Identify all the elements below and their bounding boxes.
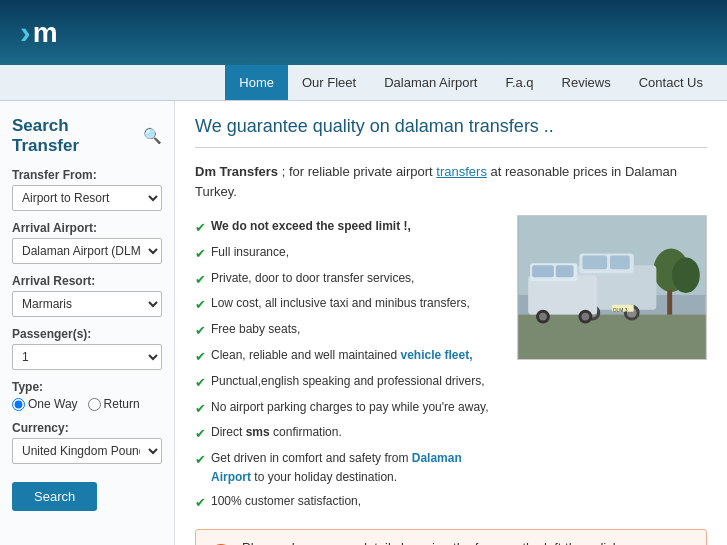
one-way-label: One Way (28, 397, 78, 411)
check-icon: ✔ (195, 244, 206, 265)
intro-paragraph: Dm Transfers ; for reliable private airp… (195, 162, 707, 201)
feature-item: ✔Free baby seats, (195, 318, 501, 344)
main-section: We guarantee quality on dalaman transfer… (175, 101, 727, 545)
nav-contact-us[interactable]: Contact Us (625, 65, 717, 100)
nav-dalaman-airport[interactable]: Dalaman Airport (370, 65, 491, 100)
return-label: Return (104, 397, 140, 411)
search-button[interactable]: Search (12, 482, 97, 511)
logo-text: m (33, 17, 58, 49)
sms-bold: sms (246, 425, 270, 439)
feature-item: ✔We do not exceed the speed limit !, (195, 215, 501, 241)
transfers-link[interactable]: transfers (436, 164, 487, 179)
svg-rect-17 (556, 265, 574, 277)
check-icon: ✔ (195, 373, 206, 394)
currency-select[interactable]: United Kingdom Pounds (12, 438, 162, 464)
nav-our-fleet[interactable]: Our Fleet (288, 65, 370, 100)
feature-text: Clean, reliable and well maintained vehi… (211, 346, 473, 365)
intro-middle: ; for reliable private airport (282, 164, 437, 179)
vehicle-fleet-link[interactable]: vehicle fleet, (400, 348, 472, 362)
svg-text:DLM 3: DLM 3 (613, 308, 628, 313)
arrival-resort-label: Arrival Resort: (12, 274, 162, 288)
check-icon: ✔ (195, 321, 206, 342)
arrival-airport-select[interactable]: Dalaman Airport (DLM) (12, 238, 162, 264)
transfer-from-select[interactable]: Airport to Resort (12, 185, 162, 211)
feature-text: We do not exceed the speed limit !, (211, 217, 411, 236)
svg-rect-9 (610, 255, 630, 269)
passengers-label: Passenger(s): (12, 327, 162, 341)
features-list: ✔We do not exceed the speed limit !, ✔Fu… (195, 215, 501, 515)
svg-rect-16 (532, 265, 554, 277)
transfer-from-label: Transfer From: (12, 168, 162, 182)
header: › m (0, 0, 727, 65)
type-radio-group: One Way Return (12, 397, 162, 411)
feature-item: ✔Low cost, all inclusive taxi and minibu… (195, 292, 501, 318)
transfer-from-group: Transfer From: Airport to Resort (12, 168, 162, 211)
feature-item: ✔Private, door to door transfer services… (195, 267, 501, 293)
navigation: Home Our Fleet Dalaman Airport F.a.q Rev… (0, 65, 727, 101)
svg-rect-5 (667, 290, 672, 315)
check-icon: ✔ (195, 347, 206, 368)
sidebar-title-text: Search Transfer (12, 116, 137, 156)
feature-text: No airport parking charges to pay while … (211, 398, 489, 417)
page-title: We guarantee quality on dalaman transfer… (195, 116, 707, 137)
check-icon: ✔ (195, 450, 206, 471)
check-icon: ✔ (195, 424, 206, 445)
currency-group: Currency: United Kingdom Pounds (12, 421, 162, 464)
one-way-option[interactable]: One Way (12, 397, 78, 411)
alert-message: Please choose your details by using the … (242, 540, 692, 545)
currency-label: Currency: (12, 421, 162, 435)
svg-rect-14 (528, 275, 597, 314)
feature-item: ✔Clean, reliable and well maintained veh… (195, 344, 501, 370)
feature-item: ✔100% customer satisfaction, (195, 490, 501, 516)
dalaman-airport-link[interactable]: Dalaman Airport (211, 451, 462, 484)
logo-arrow-icon: › (20, 14, 31, 51)
check-icon: ✔ (195, 399, 206, 420)
fleet-image: DLM 3 (517, 215, 707, 360)
alert-box: ! Please choose your details by using th… (195, 529, 707, 545)
feature-item: ✔Direct sms confirmation. (195, 421, 501, 447)
arrival-airport-label: Arrival Airport: (12, 221, 162, 235)
one-way-radio[interactable] (12, 398, 25, 411)
features-section: ✔We do not exceed the speed limit !, ✔Fu… (195, 215, 707, 515)
features-ul: ✔We do not exceed the speed limit !, ✔Fu… (195, 215, 501, 515)
arrival-airport-group: Arrival Airport: Dalaman Airport (DLM) (12, 221, 162, 264)
alert-text: Please choose your details by using the … (242, 540, 637, 545)
arrival-resort-group: Arrival Resort: Marmaris (12, 274, 162, 317)
feature-text: Direct sms confirmation. (211, 423, 342, 442)
nav-faq[interactable]: F.a.q (491, 65, 547, 100)
return-radio[interactable] (88, 398, 101, 411)
nav-home[interactable]: Home (225, 65, 288, 100)
arrival-resort-select[interactable]: Marmaris (12, 291, 162, 317)
svg-point-21 (581, 313, 589, 321)
type-group: Type: One Way Return (12, 380, 162, 411)
return-option[interactable]: Return (88, 397, 140, 411)
type-label: Type: (12, 380, 162, 394)
feature-item: ✔No airport parking charges to pay while… (195, 396, 501, 422)
svg-point-19 (539, 313, 547, 321)
check-icon: ✔ (195, 493, 206, 514)
sidebar: Search Transfer 🔍 Transfer From: Airport… (0, 101, 175, 545)
svg-point-4 (672, 257, 700, 293)
feature-text: Low cost, all inclusive taxi and minibus… (211, 294, 470, 313)
feature-text: 100% customer satisfaction, (211, 492, 361, 511)
search-icon: 🔍 (143, 127, 162, 145)
feature-item: ✔Get driven in comfort and safety from D… (195, 447, 501, 489)
feature-text: Free baby seats, (211, 320, 300, 339)
passengers-group: Passenger(s): 1 2345 (12, 327, 162, 370)
title-divider (195, 147, 707, 148)
logo: › m (20, 14, 58, 51)
feature-text: Private, door to door transfer services, (211, 269, 414, 288)
check-icon: ✔ (195, 270, 206, 291)
sidebar-title: Search Transfer 🔍 (12, 116, 162, 156)
feature-item: ✔Punctual,english speaking and professio… (195, 370, 501, 396)
nav-reviews[interactable]: Reviews (548, 65, 625, 100)
feature-text: Full insurance, (211, 243, 289, 262)
svg-rect-8 (582, 255, 607, 269)
main-content: Search Transfer 🔍 Transfer From: Airport… (0, 101, 727, 545)
feature-text: Get driven in comfort and safety from Da… (211, 449, 501, 487)
brand-name: Dm Transfers (195, 164, 278, 179)
passengers-select[interactable]: 1 2345 (12, 344, 162, 370)
check-icon: ✔ (195, 218, 206, 239)
check-icon: ✔ (195, 295, 206, 316)
feature-text: Punctual,english speaking and profession… (211, 372, 485, 391)
